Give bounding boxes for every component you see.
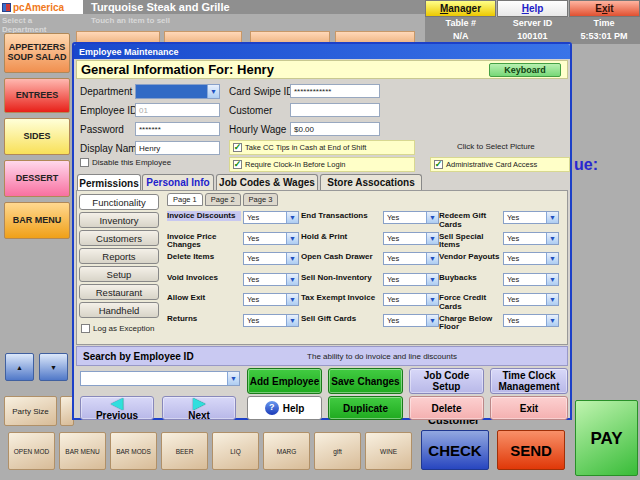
permission-select[interactable]: Yes bbox=[503, 211, 559, 224]
display-name-input[interactable]: Henry bbox=[135, 141, 220, 155]
tab-job-codes-wages[interactable]: Job Codes & Wages bbox=[216, 174, 318, 190]
bottom-item-marg[interactable]: MARG bbox=[263, 432, 310, 470]
save-changes-button[interactable]: Save Changes bbox=[328, 368, 403, 394]
permission-select[interactable]: Yes bbox=[383, 211, 439, 224]
permission-select[interactable]: Yes bbox=[383, 314, 439, 327]
select-picture-hint[interactable]: Click to Select Picture bbox=[457, 142, 535, 151]
permission-select[interactable]: Yes bbox=[503, 293, 559, 306]
permission-row: Void InvoicesYes bbox=[167, 273, 299, 294]
permission-select[interactable]: Yes bbox=[503, 314, 559, 327]
menu-item-button-partial[interactable] bbox=[250, 31, 330, 42]
permission-select[interactable]: Yes bbox=[503, 252, 559, 265]
check-button[interactable]: CHECK bbox=[421, 430, 489, 470]
help-button-top[interactable]: Help bbox=[497, 0, 568, 17]
department-sides[interactable]: SIDES bbox=[4, 118, 70, 155]
card-swipe-id-input[interactable]: ************ bbox=[290, 84, 380, 98]
touch-item-hint: Touch an item to sell bbox=[91, 16, 170, 25]
side-tab-customers[interactable]: Customers bbox=[79, 230, 159, 246]
scroll-down-button[interactable]: ▼ bbox=[39, 353, 68, 381]
department-select[interactable] bbox=[135, 84, 220, 99]
search-strip: Search by Employee ID The ability to do … bbox=[76, 346, 568, 366]
chevron-down-icon bbox=[286, 274, 298, 285]
scroll-up-button[interactable]: ▲ bbox=[5, 353, 34, 381]
admin-card-checkbox-row[interactable]: Administrative Card Access bbox=[430, 157, 570, 172]
help-button[interactable]: Help bbox=[247, 396, 322, 420]
checkbox-checked-icon[interactable] bbox=[233, 160, 242, 169]
department-bar-menu[interactable]: BAR MENU bbox=[4, 202, 70, 239]
checkbox-checked-icon[interactable] bbox=[434, 160, 443, 169]
permission-select[interactable]: Yes bbox=[503, 273, 559, 286]
permission-select[interactable]: Yes bbox=[243, 232, 299, 245]
permission-select[interactable]: Yes bbox=[243, 211, 299, 224]
log-as-exception-checkbox-row[interactable]: Log as Exception bbox=[81, 324, 154, 333]
permission-select[interactable]: Yes bbox=[243, 252, 299, 265]
permission-select[interactable]: Yes bbox=[503, 232, 559, 245]
permission-select[interactable]: Yes bbox=[243, 314, 299, 327]
permission-select[interactable]: Yes bbox=[383, 273, 439, 286]
permission-row: Delete ItemsYes bbox=[167, 252, 299, 273]
permission-row: Hold & PrintYes bbox=[301, 232, 439, 253]
exit-button[interactable]: Exit bbox=[490, 396, 568, 420]
menu-item-button-partial[interactable] bbox=[164, 31, 242, 42]
side-tab-functionality[interactable]: Functionality bbox=[79, 194, 159, 210]
duplicate-button[interactable]: Duplicate bbox=[328, 396, 403, 420]
chevron-down-icon bbox=[546, 294, 558, 305]
dialog-title-bar[interactable]: Employee Maintenance bbox=[74, 44, 570, 59]
side-tab-inventory[interactable]: Inventory bbox=[79, 212, 159, 228]
exit-button-top[interactable]: Exit bbox=[569, 0, 640, 17]
page-tab-3[interactable]: Page 3 bbox=[243, 193, 279, 206]
hourly-wage-input[interactable]: $0.00 bbox=[290, 122, 380, 136]
next-button[interactable]: ▶ Next bbox=[162, 396, 236, 420]
checkbox-unchecked-icon[interactable] bbox=[80, 158, 89, 167]
table-label: Table # bbox=[425, 17, 497, 30]
department-dessert[interactable]: DESSERT bbox=[4, 160, 70, 197]
menu-item-button-partial[interactable] bbox=[76, 31, 160, 42]
bottom-item-bar-menu[interactable]: BAR MENU bbox=[59, 432, 106, 470]
permission-select[interactable]: Yes bbox=[383, 252, 439, 265]
permission-select[interactable]: Yes bbox=[243, 293, 299, 306]
checkbox-checked-icon[interactable] bbox=[233, 143, 242, 152]
pay-button[interactable]: PAY bbox=[575, 400, 638, 476]
department-appetizers[interactable]: APPETIZERS SOUP SALAD bbox=[4, 33, 70, 73]
permission-select[interactable]: Yes bbox=[383, 293, 439, 306]
employee-maintenance-dialog: Employee Maintenance General Information… bbox=[72, 42, 572, 420]
tab-permissions[interactable]: Permissions bbox=[77, 174, 141, 191]
page-tab-1[interactable]: Page 1 bbox=[167, 193, 203, 206]
permission-select[interactable]: Yes bbox=[383, 232, 439, 245]
side-tab-handheld[interactable]: Handheld bbox=[79, 302, 159, 318]
password-input[interactable]: ******* bbox=[135, 122, 220, 136]
bottom-item-beer[interactable]: BEER bbox=[161, 432, 208, 470]
session-info-panel: Table # Server ID Time N/A 100101 5:53:0… bbox=[425, 17, 640, 44]
add-employee-button[interactable]: Add Employee bbox=[247, 368, 322, 394]
disable-employee-checkbox-row[interactable]: Disable this Employee bbox=[80, 158, 171, 167]
side-tab-restaurant[interactable]: Restaurant bbox=[79, 284, 159, 300]
permission-select[interactable]: Yes bbox=[243, 273, 299, 286]
bottom-item-gift[interactable]: gift bbox=[314, 432, 361, 470]
permission-row: Sell Special ItemsYes bbox=[439, 232, 559, 253]
bottom-item-bar-mods[interactable]: BAR MODS bbox=[110, 432, 157, 470]
checkbox-unchecked-icon[interactable] bbox=[81, 324, 90, 333]
party-size-button[interactable]: Party Size bbox=[4, 396, 57, 426]
clock-in-checkbox-row[interactable]: Require Clock-In Before Login bbox=[229, 157, 415, 172]
menu-item-button-partial[interactable] bbox=[335, 31, 415, 42]
manager-button[interactable]: Manager bbox=[425, 0, 496, 17]
bottom-item-liq[interactable]: LIQ bbox=[212, 432, 259, 470]
bottom-item-open-mod[interactable]: OPEN MOD bbox=[8, 432, 55, 470]
keyboard-button[interactable]: Keyboard bbox=[489, 63, 561, 77]
bottom-item-wine[interactable]: WINE bbox=[365, 432, 412, 470]
cc-tips-checkbox-row[interactable]: Take CC Tips in Cash at End of Shift bbox=[229, 140, 415, 155]
side-tab-setup[interactable]: Setup bbox=[79, 266, 159, 282]
side-tab-reports[interactable]: Reports bbox=[79, 248, 159, 264]
tab-store-associations[interactable]: Store Assocations bbox=[320, 174, 422, 190]
tab-personal-info[interactable]: Personal Info bbox=[142, 174, 214, 190]
page-tab-2[interactable]: Page 2 bbox=[205, 193, 241, 206]
department-entrees[interactable]: ENTREES bbox=[4, 78, 70, 113]
delete-button[interactable]: Delete bbox=[409, 396, 484, 420]
permission-row: Redeem Gift CardsYes bbox=[439, 211, 559, 232]
time-clock-management-button[interactable]: Time Clock Management bbox=[490, 368, 568, 394]
job-code-setup-button[interactable]: Job Code Setup bbox=[409, 368, 484, 394]
send-button[interactable]: SEND bbox=[497, 430, 565, 470]
employee-search-select[interactable] bbox=[80, 371, 240, 386]
customer-input[interactable] bbox=[290, 103, 380, 117]
previous-button[interactable]: ◀ Previous bbox=[80, 396, 154, 420]
